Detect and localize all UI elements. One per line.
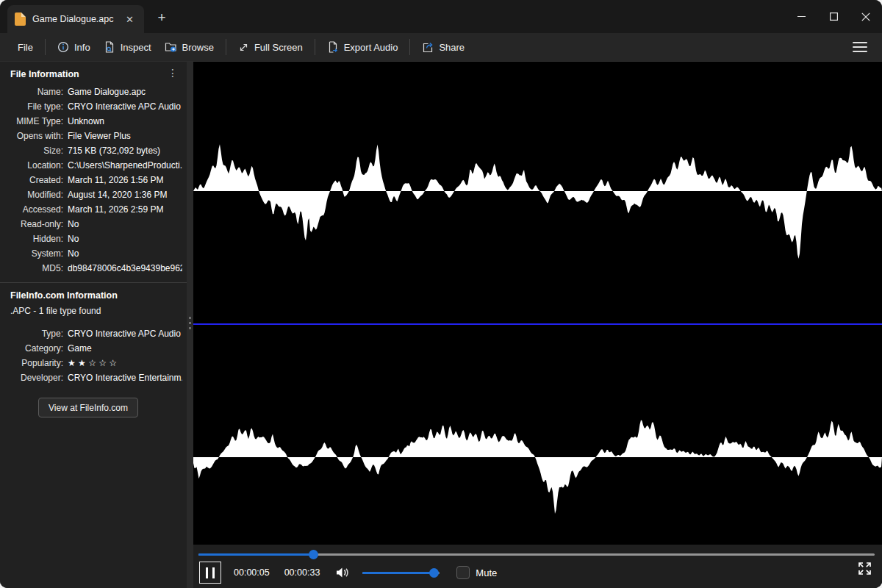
row-value: File Viewer Plus — [68, 131, 182, 141]
diagonal-expand-icon — [238, 42, 249, 53]
row-label: Opens with: — [0, 131, 63, 141]
row-label: Location: — [0, 160, 63, 171]
row-label: Developer: — [0, 373, 63, 383]
fileinfo-rows: Type:CRYO Interactive APC AudioCategory:… — [0, 326, 187, 385]
share-arrow-icon — [422, 41, 434, 53]
total-time: 00:00:33 — [284, 567, 320, 578]
tab-close-icon[interactable]: ✕ — [123, 12, 137, 26]
new-tab-button[interactable]: + — [151, 7, 172, 28]
toolbar-divider — [226, 39, 226, 55]
file-info-row: File type:CRYO Interactive APC Audio ... — [0, 99, 187, 114]
row-label: Created: — [0, 175, 63, 185]
folder-arrow-icon — [165, 41, 177, 53]
playback-control-bar: 00:00:05 00:00:33 Mute — [193, 545, 882, 588]
row-value: CRYO Interactive APC Audio ... — [68, 101, 182, 112]
row-value: 715 KB (732,092 bytes) — [68, 146, 182, 156]
waveform-channel-right — [193, 420, 882, 514]
file-info-row: Hidden:No — [0, 232, 187, 246]
row-value: August 14, 2020 1:36 PM — [68, 190, 182, 200]
maximize-icon — [830, 12, 838, 21]
row-value: ★ ★ ☆ ☆ ☆ — [68, 358, 182, 368]
file-information-title: File Information — [10, 69, 79, 79]
row-label: Name: — [0, 87, 63, 97]
fileinfo-title: FileInfo.com Information — [10, 290, 118, 301]
export-audio-button[interactable]: Export Audio — [320, 37, 405, 57]
info-sidebar: File Information ⋮ Name:Game Dialogue.ap… — [0, 62, 187, 588]
row-value: No — [68, 234, 182, 244]
pause-button[interactable] — [199, 562, 221, 584]
current-time: 00:00:05 — [234, 567, 270, 578]
row-label: File type: — [0, 101, 63, 112]
volume-slider[interactable] — [362, 572, 440, 574]
file-info-row: Created:March 11, 2026 1:56 PM — [0, 173, 187, 187]
row-label: Accessed: — [0, 204, 63, 215]
share-button[interactable]: Share — [415, 37, 471, 57]
row-label: Modified: — [0, 190, 63, 200]
full-screen-button[interactable]: Full Screen — [232, 38, 309, 57]
row-value: No — [68, 248, 182, 259]
row-label: MD5: — [0, 263, 63, 273]
panel-splitter[interactable] — [187, 62, 193, 588]
mute-checkbox[interactable] — [456, 566, 470, 579]
app-window: Game Dialogue.apc ✕ + File Info Inspect — [0, 0, 882, 588]
view-at-fileinfo-button[interactable]: View at FileInfo.com — [38, 398, 138, 417]
maximize-button[interactable] — [817, 0, 850, 33]
toolbar: File Info Inspect Browse Full Screen Exp… — [0, 33, 882, 62]
channel-divider-line — [193, 323, 882, 325]
row-value: CRYO Interactive Entertainm... — [68, 373, 182, 383]
file-info-row: Accessed:March 11, 2026 2:59 PM — [0, 202, 187, 217]
speaker-button[interactable] — [335, 566, 350, 579]
row-value: db98478006c4b3e9439be9620... — [68, 263, 182, 273]
splitter-grip-icon — [189, 317, 191, 329]
fileinfo-subtitle: .APC - 1 file type found — [0, 301, 187, 316]
row-label: Read-only: — [0, 219, 63, 229]
info-button[interactable]: Info — [51, 37, 97, 57]
row-value: Game — [68, 343, 182, 354]
volume-level — [362, 572, 434, 574]
file-info-row: Modified:August 14, 2020 1:36 PM — [0, 187, 187, 202]
fileinfo-header: FileInfo.com Information — [0, 283, 187, 301]
window-controls — [785, 0, 882, 33]
close-button[interactable] — [850, 0, 882, 33]
expand-arrows-icon — [857, 561, 872, 576]
player-fullscreen-button[interactable] — [856, 559, 873, 577]
file-info-row: MIME Type:Unknown — [0, 114, 187, 129]
document-tab[interactable]: Game Dialogue.apc ✕ — [7, 5, 144, 33]
fileinfo-row: Popularity:★ ★ ☆ ☆ ☆ — [0, 356, 187, 370]
row-value: March 11, 2026 2:59 PM — [68, 204, 182, 215]
row-value: CRYO Interactive APC Audio — [68, 329, 182, 339]
toolbar-divider — [45, 39, 46, 55]
row-label: Popularity: — [0, 358, 63, 368]
audio-viewer: 00:00:05 00:00:33 Mute — [193, 62, 882, 588]
row-label: Category: — [0, 343, 63, 354]
row-label: System: — [0, 248, 63, 259]
info-icon — [57, 41, 69, 53]
document-magnifier-icon — [104, 41, 115, 53]
close-icon — [861, 12, 870, 21]
file-menu-button[interactable]: File — [11, 38, 40, 57]
seek-thumb[interactable] — [309, 550, 318, 559]
mute-label: Mute — [476, 567, 497, 578]
file-info-row: MD5:db98478006c4b3e9439be9620... — [0, 261, 187, 276]
minimize-icon — [797, 12, 806, 21]
waveform-display — [193, 62, 882, 545]
row-label: Size: — [0, 146, 63, 156]
title-bar: Game Dialogue.apc ✕ + — [0, 0, 882, 33]
browse-button[interactable]: Browse — [158, 37, 220, 57]
fileinfo-row: Type:CRYO Interactive APC Audio — [0, 326, 187, 341]
player-controls-row: 00:00:05 00:00:33 Mute — [199, 562, 497, 584]
menu-button[interactable] — [850, 39, 870, 55]
seek-slider[interactable] — [198, 553, 875, 556]
inspect-button[interactable]: Inspect — [97, 37, 158, 57]
row-value: C:\Users\SharpenedProducti... — [68, 160, 182, 171]
document-export-arrow-icon — [327, 41, 339, 53]
main-area: File Information ⋮ Name:Game Dialogue.ap… — [0, 62, 882, 588]
volume-thumb[interactable] — [429, 568, 439, 578]
minimize-button[interactable] — [785, 0, 817, 33]
panel-menu-button[interactable]: ⋮ — [163, 69, 182, 76]
row-label: Hidden: — [0, 234, 63, 244]
row-value: March 11, 2026 1:56 PM — [68, 175, 182, 185]
row-value: Unknown — [68, 116, 182, 126]
toolbar-divider — [409, 39, 410, 55]
file-information-header: File Information ⋮ — [0, 62, 187, 79]
